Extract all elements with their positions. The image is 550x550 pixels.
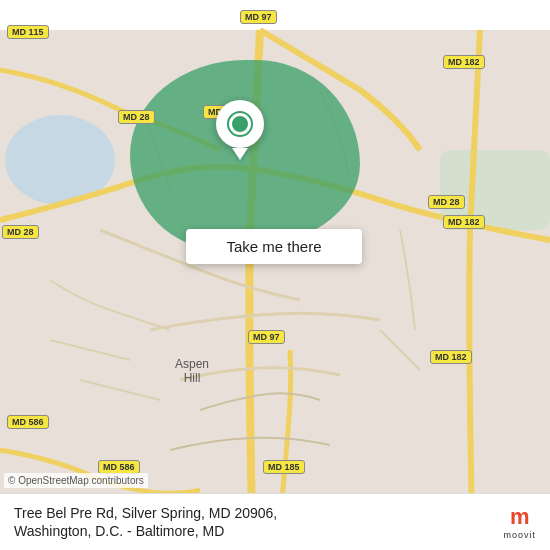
road-badge-md586-bot: MD 586: [98, 460, 140, 474]
address-line1: Tree Bel Pre Rd, Silver Spring, MD 20906…: [14, 505, 277, 521]
map-container: Take me there MD 97 MD 97 MD 97 MD 28 MD…: [0, 0, 550, 550]
road-badge-md28-left: MD 28: [118, 110, 155, 124]
address-text: Tree Bel Pre Rd, Silver Spring, MD 20906…: [14, 504, 491, 540]
pin-outer-circle: [216, 100, 264, 148]
road-badge-md182-mid: MD 182: [443, 215, 485, 229]
road-badge-md115: MD 115: [7, 25, 49, 39]
road-badge-md586-left: MD 586: [7, 415, 49, 429]
address-line2: Washington, D.C. - Baltimore, MD: [14, 523, 224, 539]
pin-inner-circle: [229, 113, 251, 135]
take-me-there-button[interactable]: Take me there: [186, 229, 362, 264]
aspen-hill-text: Aspen: [175, 357, 209, 371]
moovit-label: moovit: [503, 530, 536, 540]
bottom-bar: Tree Bel Pre Rd, Silver Spring, MD 20906…: [0, 493, 550, 550]
road-badge-md182-bot: MD 182: [430, 350, 472, 364]
location-pin: [216, 100, 264, 160]
road-badge-md185: MD 185: [263, 460, 305, 474]
aspen-hill-subtext: Hill: [184, 371, 201, 385]
attribution: © OpenStreetMap contributors: [4, 473, 148, 488]
aspen-hill-label: Aspen Hill: [175, 357, 209, 385]
road-badge-md97-bot: MD 97: [248, 330, 285, 344]
pin-tail: [232, 148, 248, 160]
attribution-text: © OpenStreetMap contributors: [8, 475, 144, 486]
moovit-logo: m moovit: [503, 504, 536, 540]
road-badge-md97-top: MD 97: [240, 10, 277, 24]
moovit-icon: m: [510, 504, 530, 530]
road-badge-md182-top: MD 182: [443, 55, 485, 69]
road-badge-md28-right: MD 28: [428, 195, 465, 209]
road-badge-md28-far-left: MD 28: [2, 225, 39, 239]
